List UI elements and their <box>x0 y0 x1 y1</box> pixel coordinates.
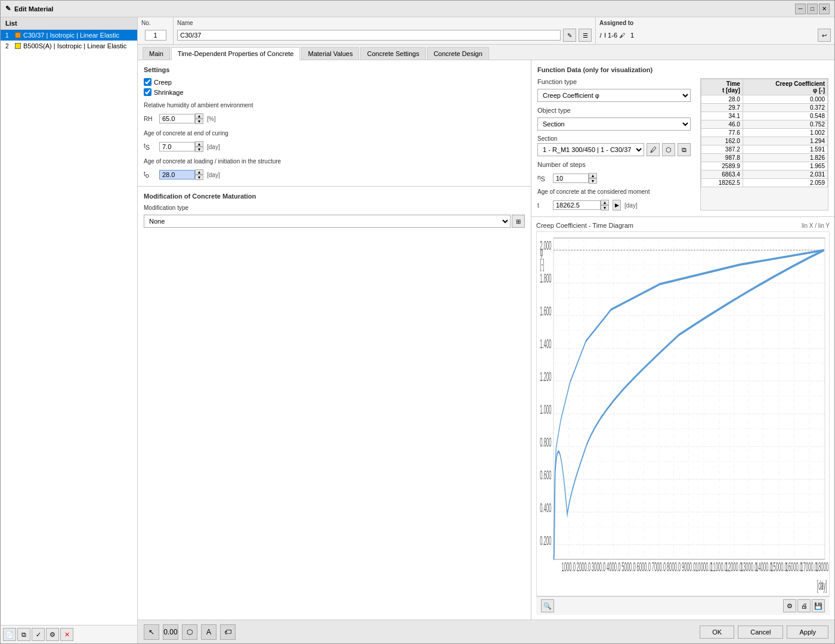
info-button[interactable]: ☰ <box>579 29 592 42</box>
new-material-button[interactable]: 📄 <box>3 628 16 641</box>
tab-time-dependent[interactable]: Time-Dependent Properties of Concrete <box>171 47 301 60</box>
sidebar-footer: 📄 ⧉ ✓ ⚙ ✕ <box>1 625 137 643</box>
svg-text:1000.0: 1000.0 <box>561 559 576 574</box>
rh-input-container: ▲ ▼ <box>159 113 203 124</box>
function-type-dropdown-row: Creep Coefficient φ Shrinkage Strain <box>537 89 691 102</box>
settings-button[interactable]: ⚙ <box>46 628 59 641</box>
chart-export-button[interactable]: 💾 <box>812 599 825 612</box>
assigned-label: Assigned to <box>596 17 834 26</box>
delete-button[interactable]: ✕ <box>60 628 73 641</box>
age-up-button[interactable]: ▲ <box>601 200 609 205</box>
ts-section: Age of concrete at end of curing tS ▲ ▼ <box>144 130 525 152</box>
check-button[interactable]: ✓ <box>32 628 45 641</box>
name-label: Name <box>174 17 596 26</box>
to-down-button[interactable]: ▼ <box>195 175 203 180</box>
content-area: Settings Creep Shrinkage Relative humidi… <box>138 60 834 620</box>
chart-scale: lin X / lin Y <box>802 222 830 229</box>
to-up-button[interactable]: ▲ <box>195 169 203 175</box>
tab-material-values[interactable]: Material Values <box>301 47 359 60</box>
section-label: Section <box>537 135 691 142</box>
edit-name-button[interactable]: ✎ <box>563 29 576 42</box>
object-type-row: Object type <box>537 107 691 114</box>
chart-title: Creep Coefficient - Time Diagram <box>536 222 633 229</box>
ns-label: Number of steps <box>537 161 591 168</box>
apply-button[interactable]: Apply <box>787 626 828 639</box>
tab-concrete-design[interactable]: Concrete Design <box>427 47 489 60</box>
tab-concrete-settings[interactable]: Concrete Settings <box>360 47 425 60</box>
svg-text:10000.0: 10000.0 <box>695 559 712 574</box>
function-type-dropdown[interactable]: Creep Coefficient φ Shrinkage Strain <box>537 89 691 102</box>
assigned-action-button[interactable]: ↩ <box>818 29 831 42</box>
modification-type-dropdown[interactable]: None User-defined Maturity <box>144 215 511 228</box>
rh-input[interactable] <box>159 114 195 123</box>
tag-button[interactable]: 🏷 <box>220 624 236 640</box>
settings-title: Settings <box>144 66 525 73</box>
cancel-button[interactable]: Cancel <box>738 626 783 639</box>
creep-checkbox[interactable] <box>144 78 151 86</box>
function-type-row: Function type <box>537 78 691 85</box>
sidebar-item-2[interactable]: 2 B500S(A) | Isotropic | Linear Elastic <box>1 41 137 51</box>
ts-down-button[interactable]: ▼ <box>195 147 203 152</box>
tab-main[interactable]: Main <box>143 47 170 60</box>
section-dropdown[interactable]: 1 - R_M1 300/450 | 1 - C30/37 <box>537 143 644 156</box>
modification-title: Modification of Concrete Maturation <box>144 193 525 200</box>
object-type-dropdown-row: Section Member <box>537 117 691 131</box>
chart-settings-button[interactable]: ⚙ <box>783 599 796 612</box>
shrinkage-checkbox[interactable] <box>144 88 151 96</box>
close-button[interactable]: ✕ <box>819 4 830 14</box>
to-input[interactable] <box>159 170 195 179</box>
duplicate-button[interactable]: ⧉ <box>17 628 30 641</box>
bottom-left: ↖ 0.00 ⬡ A 🏷 <box>144 624 236 640</box>
chart-print-button[interactable]: 🖨 <box>797 599 811 612</box>
sidebar-header: List <box>1 17 137 30</box>
age-down-button[interactable]: ▼ <box>601 205 609 210</box>
ns-down-button[interactable]: ▼ <box>589 178 597 184</box>
table-row: 28.00.000 <box>701 95 828 104</box>
node-button[interactable]: ⬡ <box>182 624 197 640</box>
pointer-button[interactable]: ↖ <box>144 624 159 640</box>
ns-input[interactable] <box>553 174 589 183</box>
settings-panel: Settings Creep Shrinkage Relative humidi… <box>138 60 531 187</box>
table-col2-header: Creep Coefficientφ [-] <box>743 79 827 95</box>
rh-description: Relative humidity of ambient environment <box>144 102 525 109</box>
rh-up-button[interactable]: ▲ <box>195 113 203 119</box>
object-type-label: Object type <box>537 107 591 114</box>
to-spinner: ▲ ▼ <box>195 169 203 180</box>
main-content: List 1 C30/37 | Isotropic | Linear Elast… <box>1 17 834 643</box>
assigned-cursor-icon: 𝐼 <box>599 32 602 39</box>
section-copy-button[interactable]: ⧉ <box>678 143 691 156</box>
ns-short-label: nS <box>537 174 549 182</box>
object-type-dropdown[interactable]: Section Member <box>537 117 691 131</box>
chart-container: 2.000 1.800 1.600 1.400 1.200 1.000 0.80… <box>536 231 830 596</box>
rh-down-button[interactable]: ▼ <box>195 119 203 124</box>
minimize-button[interactable]: ─ <box>795 4 806 14</box>
svg-text:14000.0: 14000.0 <box>756 559 772 574</box>
modification-settings-button[interactable]: ⊞ <box>512 215 525 228</box>
name-input[interactable] <box>177 30 561 41</box>
sidebar-items: 1 C30/37 | Isotropic | Linear Elastic 2 … <box>1 30 137 625</box>
no-field: 1 <box>138 26 174 44</box>
assigned-value: I 1-6 <box>604 32 617 39</box>
ts-up-button[interactable]: ▲ <box>195 141 203 147</box>
section-edit-button[interactable]: 🖊 <box>647 143 660 156</box>
value-button[interactable]: 0.00 <box>163 624 178 640</box>
maximize-button[interactable]: □ <box>807 4 818 14</box>
table-row: 387.21.591 <box>701 145 828 154</box>
to-short-label: to <box>144 171 156 179</box>
section-3d-button[interactable]: ⬡ <box>662 143 675 156</box>
zoom-fit-button[interactable]: 🔍 <box>541 599 554 612</box>
svg-text:0.200: 0.200 <box>540 533 551 548</box>
age-input[interactable] <box>553 200 601 210</box>
ns-up-button[interactable]: ▲ <box>589 173 597 178</box>
ts-input[interactable] <box>159 142 195 151</box>
ns-field-row: nS ▲ ▼ <box>537 173 691 184</box>
sidebar-item-1[interactable]: 1 C30/37 | Isotropic | Linear Elastic <box>1 30 137 41</box>
age-play-button[interactable]: ▶ <box>613 200 621 210</box>
function-data-title: Function Data (only for visualization) <box>537 66 828 73</box>
text-button[interactable]: A <box>201 624 217 640</box>
sidebar-item-2-color <box>15 43 21 49</box>
ok-button[interactable]: OK <box>700 626 734 639</box>
chart-svg: 2.000 1.800 1.600 1.400 1.200 1.000 0.80… <box>537 232 829 596</box>
svg-text:18000.0: 18000.0 <box>816 559 829 574</box>
function-data-main: Function type Creep Coefficient φ Shrink… <box>537 78 828 210</box>
